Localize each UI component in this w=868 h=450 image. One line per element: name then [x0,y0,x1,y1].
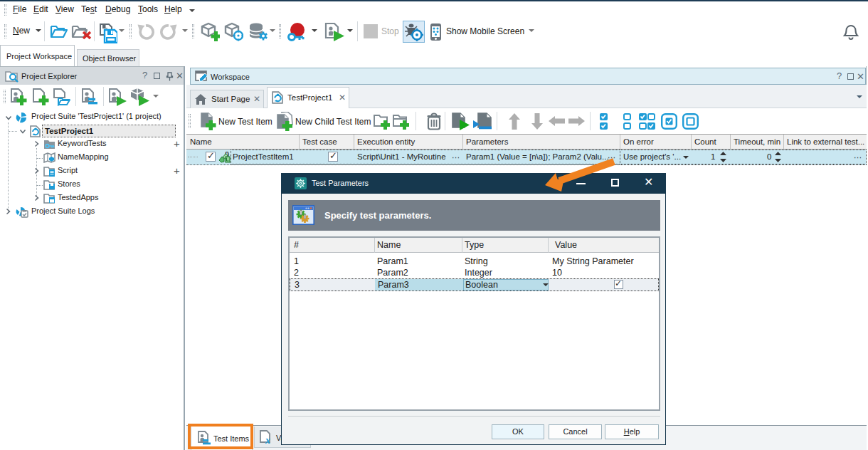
svg-text:x: x [265,435,270,446]
